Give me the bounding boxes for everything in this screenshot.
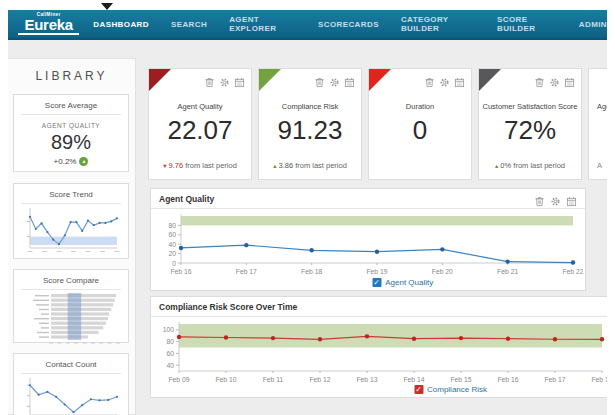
card-toolbar <box>204 74 245 85</box>
calendar-icon[interactable] <box>564 74 575 85</box>
svg-text:Feb 21: Feb 21 <box>497 268 518 275</box>
delta-arrow-icon: ▴ <box>273 162 276 169</box>
gear-icon[interactable] <box>549 74 560 85</box>
score-compare-barchart <box>14 292 128 350</box>
delta-number: 3.86 <box>278 161 293 170</box>
delta-number: 9.76 <box>168 161 183 170</box>
delta-suffix: from last period <box>513 161 565 170</box>
calendar-icon[interactable] <box>454 74 465 85</box>
widget-title: Score Trend <box>21 184 121 204</box>
kpi-card-compliance-risk: Compliance Risk 91.23 ▴ 3.86 from last p… <box>258 68 362 180</box>
app-window: CallMiner Eureka DASHBOARD SEARCH AGENT … <box>8 10 607 415</box>
svg-text:Feb 15: Feb 15 <box>450 376 471 383</box>
legend-checkbox[interactable]: ✓ <box>372 278 381 287</box>
svg-text:100: 100 <box>163 326 175 333</box>
card-toolbar <box>534 193 577 204</box>
library-widget-score-compare[interactable]: Score Compare <box>13 269 129 343</box>
svg-text:20: 20 <box>168 250 176 257</box>
svg-text:Feb 16: Feb 16 <box>170 268 191 275</box>
svg-text:80: 80 <box>168 222 176 229</box>
gear-icon[interactable] <box>329 74 340 85</box>
card-toolbar <box>424 74 465 85</box>
legend-label: Agent Quality <box>385 278 433 287</box>
kpi-delta: ▾ 9.76 from last period <box>149 161 251 170</box>
kpi-card-agent-quality: Agent Quality 22.07 ▾ 9.76 from last per… <box>148 68 252 180</box>
svg-text:Feb 13: Feb 13 <box>356 376 377 383</box>
nav-item-admin[interactable]: ADMIN <box>579 20 607 29</box>
widget-title: Contact Count <box>21 354 121 374</box>
gear-icon[interactable] <box>550 193 561 204</box>
score-average-delta-text: +0.2% <box>54 157 77 166</box>
trash-icon[interactable] <box>534 193 545 204</box>
widget-title: Score Average <box>21 95 121 115</box>
agent-quality-legend: ✓ Agent Quality <box>372 278 433 287</box>
card-toolbar <box>314 74 355 85</box>
eureka-logo[interactable]: CallMiner Eureka <box>18 13 79 36</box>
svg-text:0: 0 <box>172 260 176 267</box>
kpi-delta: A <box>589 161 607 170</box>
library-widget-score-average[interactable]: Score Average AGENT QUALITY 89% +0.2% ▲ <box>13 94 129 172</box>
kpi-card-customer-satisfaction: Customer Satisfaction Score 72% ▴ 0% fro… <box>478 68 582 180</box>
trash-icon[interactable] <box>534 74 545 85</box>
svg-text:Feb 10: Feb 10 <box>215 376 236 383</box>
svg-text:Feb 16: Feb 16 <box>497 376 518 383</box>
trash-icon[interactable] <box>314 74 325 85</box>
kpi-card-duration: Duration 0 <box>368 68 472 180</box>
chart-title: Compliance Risk Score Over Time <box>159 302 297 312</box>
nav-item-category-builder[interactable]: CATEGORY BUILDER <box>401 15 475 33</box>
svg-text:60: 60 <box>168 231 176 238</box>
svg-text:40: 40 <box>168 241 176 248</box>
trash-icon[interactable] <box>424 74 435 85</box>
compliance-risk-line-chart: 406080100Feb 09Feb 10Feb 11Feb 12Feb 13F… <box>155 319 607 389</box>
gear-icon[interactable] <box>219 74 230 85</box>
delta-arrow-icon: ▾ <box>163 162 166 169</box>
logo-eureka-text: Eureka <box>18 17 79 35</box>
flag-icon <box>259 69 281 91</box>
svg-text:Feb 22: Feb 22 <box>562 268 583 275</box>
svg-text:Feb 11: Feb 11 <box>263 376 284 383</box>
delta-suffix: from last period <box>295 161 347 170</box>
calendar-icon[interactable] <box>566 193 577 204</box>
up-arrow-circle-icon: ▲ <box>79 157 88 166</box>
calendar-icon[interactable] <box>344 74 355 85</box>
svg-text:40: 40 <box>166 362 174 369</box>
svg-text:Feb 12: Feb 12 <box>309 376 330 383</box>
kpi-value: 0 <box>369 115 471 146</box>
widget-title: Score Compare <box>21 270 121 290</box>
flag-icon <box>479 69 501 91</box>
delta-number: A <box>597 161 602 170</box>
svg-text:60: 60 <box>166 350 174 357</box>
svg-text:Feb 20: Feb 20 <box>432 268 453 275</box>
library-sidebar: LIBRARY Score Average AGENT QUALITY 89% … <box>8 58 136 415</box>
library-widget-contact-count[interactable]: Contact Count <box>13 353 129 415</box>
compliance-risk-legend: ✓ Compliance Risk <box>414 385 487 394</box>
nav-item-scorecards[interactable]: SCORECARDS <box>318 20 379 29</box>
nav-item-score-builder[interactable]: SCORE BUILDER <box>497 15 557 33</box>
legend-checkbox[interactable]: ✓ <box>414 385 423 394</box>
nav-item-agent-explorer[interactable]: AGENT EXPLORER <box>229 15 296 33</box>
flag-icon <box>149 69 171 91</box>
content-area: LIBRARY Score Average AGENT QUALITY 89% … <box>8 40 607 415</box>
contact-count-sparkline <box>14 376 128 415</box>
kpi-delta: ▴ 0% from last period <box>479 161 581 170</box>
kpi-value: 22.07 <box>149 115 251 146</box>
kpi-title: Customer Satisfaction Score <box>479 102 581 111</box>
nav-item-search[interactable]: SEARCH <box>171 20 207 29</box>
active-tab-caret <box>101 3 113 10</box>
nav-item-dashboard[interactable]: DASHBOARD <box>93 20 149 29</box>
library-widget-score-trend[interactable]: Score Trend <box>13 183 129 259</box>
trash-icon[interactable] <box>204 74 215 85</box>
chart-header: Agent Quality <box>151 189 585 209</box>
score-average-metric: AGENT QUALITY <box>14 122 128 129</box>
svg-text:80: 80 <box>166 338 174 345</box>
svg-text:Feb 19: Feb 19 <box>366 268 387 275</box>
card-toolbar <box>534 74 575 85</box>
svg-text:Feb 18: Feb 18 <box>301 268 322 275</box>
chart-title: Agent Quality <box>159 194 214 204</box>
gear-icon[interactable] <box>439 74 450 85</box>
calendar-icon[interactable] <box>234 74 245 85</box>
svg-text:Feb 14: Feb 14 <box>403 376 424 383</box>
agent-quality-chart-card: Agent Quality 020406080Feb 16Feb 17Feb 1… <box>150 188 586 291</box>
delta-number: 0% <box>500 161 511 170</box>
kpi-title: Compliance Risk <box>259 102 361 111</box>
